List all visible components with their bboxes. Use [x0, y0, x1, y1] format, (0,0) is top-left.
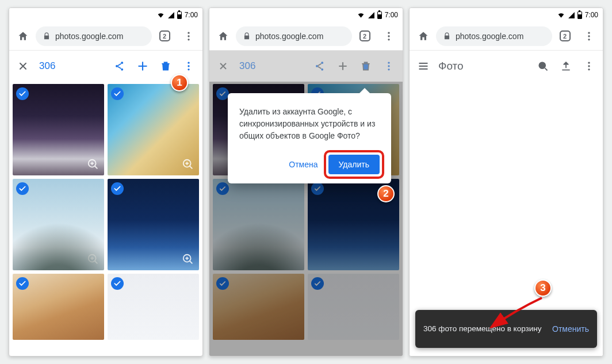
zoom-icon[interactable]: [182, 253, 194, 266]
deselect-button[interactable]: [12, 55, 35, 78]
svg-point-8: [188, 68, 189, 70]
phone-3-toast: 7:00 photos.google.com 2 Фото 306 фото п…: [409, 7, 603, 357]
zoom-icon[interactable]: [87, 253, 100, 266]
callout-marker-1: 1: [171, 74, 188, 91]
browser-home-button[interactable]: [212, 25, 235, 48]
browser-menu-button[interactable]: [577, 25, 600, 48]
browser-home-button[interactable]: [412, 25, 435, 48]
svg-point-23: [588, 35, 590, 37]
photo-thumbnail[interactable]: [13, 84, 104, 175]
battery-icon: [377, 12, 382, 19]
svg-point-28: [588, 68, 590, 70]
signal-icon: [567, 12, 576, 19]
wifi-icon: [557, 12, 565, 19]
svg-point-13: [388, 32, 389, 33]
lock-icon: [43, 32, 51, 40]
url-text: photos.google.com: [255, 32, 323, 41]
svg-point-7: [188, 65, 189, 67]
url-text: photos.google.com: [55, 32, 123, 41]
svg-point-14: [388, 35, 389, 37]
url-bar[interactable]: photos.google.com: [236, 26, 352, 46]
photo-thumbnail[interactable]: [13, 274, 104, 340]
status-bar: 7:00: [410, 8, 603, 22]
phone-1-select-and-trash: 7:00 photos.google.com 2 306: [9, 7, 203, 357]
selected-check-icon: [16, 87, 29, 100]
selected-check-icon: [16, 182, 29, 195]
selection-count: 306: [39, 60, 55, 72]
photos-main-bar: Фото: [410, 51, 603, 82]
zoom-icon[interactable]: [87, 158, 100, 171]
svg-point-1: [188, 35, 189, 37]
search-button[interactable]: [531, 55, 554, 78]
svg-point-24: [588, 39, 590, 40]
add-to-button[interactable]: [131, 55, 154, 78]
browser-chrome: photos.google.com 2: [410, 22, 603, 51]
browser-menu-button[interactable]: [177, 25, 200, 48]
status-time: 7:00: [185, 11, 198, 19]
svg-point-3: [116, 65, 118, 67]
svg-point-22: [588, 32, 590, 33]
url-bar[interactable]: photos.google.com: [36, 26, 152, 46]
battery-icon: [177, 12, 182, 19]
photo-grid: [9, 82, 202, 342]
deselect-button: [212, 55, 235, 78]
status-bar: 7:00: [209, 8, 403, 22]
svg-point-0: [188, 32, 189, 33]
photo-thumbnail[interactable]: [13, 179, 104, 270]
browser-chrome: photos.google.com 2: [9, 22, 202, 51]
url-text: photos.google.com: [456, 32, 523, 41]
signal-icon: [367, 12, 376, 19]
signal-icon: [167, 12, 175, 19]
svg-point-16: [316, 65, 318, 67]
snackbar-message: 306 фото перемещено в корзину: [423, 324, 552, 334]
selected-check-icon: [111, 277, 124, 290]
callout-marker-3: 3: [534, 279, 552, 297]
svg-point-21: [388, 68, 389, 70]
tabs-button[interactable]: 2: [153, 25, 176, 48]
selection-count: 306: [239, 60, 255, 72]
more-button[interactable]: [577, 55, 600, 78]
selected-check-icon: [111, 182, 124, 195]
photo-thumbnail[interactable]: [108, 274, 199, 340]
photo-thumbnail[interactable]: [108, 179, 199, 270]
menu-button[interactable]: [412, 55, 435, 78]
svg-point-20: [388, 65, 389, 67]
photo-thumbnail[interactable]: [108, 84, 199, 175]
svg-point-15: [388, 39, 389, 40]
snackbar-undo-button[interactable]: Отменить: [552, 324, 589, 334]
status-time: 7:00: [385, 11, 398, 19]
dialog-cancel-button[interactable]: Отмена: [283, 155, 323, 174]
svg-point-25: [539, 62, 545, 68]
status-time: 7:00: [585, 11, 598, 19]
svg-point-4: [121, 62, 123, 64]
svg-point-17: [321, 62, 323, 64]
share-button: [308, 55, 331, 78]
browser-home-button[interactable]: [12, 25, 35, 48]
lock-icon: [243, 32, 251, 40]
svg-point-27: [588, 65, 590, 67]
share-button[interactable]: [108, 55, 131, 78]
battery-icon: [577, 12, 582, 19]
delete-confirm-dialog: Удалить из аккаунта Google, с синхронизи…: [228, 93, 391, 183]
svg-point-11: [89, 255, 96, 262]
trash-button[interactable]: [154, 55, 177, 78]
svg-point-19: [388, 62, 389, 64]
wifi-icon: [357, 12, 365, 19]
browser-menu-button[interactable]: [377, 25, 400, 48]
svg-point-2: [188, 39, 189, 40]
svg-point-6: [188, 62, 189, 64]
url-bar[interactable]: photos.google.com: [436, 26, 552, 46]
status-bar: 7:00: [9, 8, 202, 22]
phone-2-confirm-dialog: 7:00 photos.google.com 2 306 Удалить из …: [209, 7, 403, 357]
lock-icon: [443, 32, 451, 40]
tabs-button[interactable]: 2: [353, 25, 376, 48]
tabs-button[interactable]: 2: [553, 25, 576, 48]
dialog-confirm-button[interactable]: Удалить: [328, 155, 380, 174]
svg-point-5: [121, 68, 123, 71]
upload-button[interactable]: [554, 55, 577, 78]
more-button: [377, 55, 400, 78]
zoom-icon[interactable]: [182, 158, 194, 171]
snackbar: 306 фото перемещено в корзину Отменить: [415, 310, 597, 348]
browser-chrome: photos.google.com 2: [209, 22, 403, 51]
add-to-button: [331, 55, 354, 78]
